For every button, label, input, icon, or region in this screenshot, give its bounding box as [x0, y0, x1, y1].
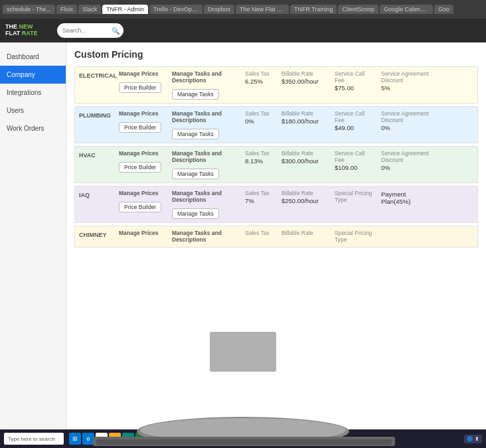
browser-tab-5[interactable]: Trello - DevOps -...	[149, 5, 202, 14]
manage-tasks-electrical[interactable]: Manage Tasks and Descriptions Manage Tas…	[168, 67, 241, 103]
browser-tab-9[interactable]: ClientScoop	[338, 5, 378, 14]
browser-tab-bar: schedule - The... Fluix Slack TNFR - Adm…	[0, 0, 486, 19]
sidebar-item-company[interactable]: Company	[0, 66, 66, 84]
logo-new: NEW	[19, 23, 33, 30]
monitor-shell: schedule - The... Fluix Slack TNFR - Adm…	[0, 0, 486, 448]
page-title: Custom Pricing	[74, 49, 478, 60]
category-electrical: ELECTRICAL	[75, 67, 115, 103]
logo-the: THE	[5, 23, 19, 30]
search-input[interactable]	[62, 27, 109, 34]
manage-prices-chimney[interactable]: Manage Prices	[115, 226, 168, 247]
taskbar-icon-edge[interactable]: e	[82, 433, 94, 445]
browser-tab-6[interactable]: Dropbox	[204, 5, 234, 14]
price-builder-btn-electrical[interactable]: Price Builder	[119, 82, 161, 93]
col4-chimney	[377, 226, 437, 247]
billable-iaq: Billable Rate $250.00/hour	[278, 187, 331, 222]
manage-prices-plumbing[interactable]: Manage Prices Price Builder	[115, 107, 168, 143]
agreement-electrical: Service Agreement Discount 5%	[377, 67, 437, 103]
taskbar-icon-excel[interactable]: X	[135, 433, 147, 445]
logo-rate: RATE	[22, 30, 38, 37]
taskbar-icon-chrome[interactable]: ◉	[96, 433, 108, 445]
sales-tax-electrical: Sales Tax 6.25%	[241, 67, 278, 103]
taskbar-search-text: Type here to search	[8, 436, 55, 442]
agreement-plumbing: Service Agreement Discount 0%	[377, 107, 437, 143]
sidebar-item-workorders[interactable]: Work Orders	[0, 119, 66, 137]
manage-prices-electrical[interactable]: Manage Prices Price Builder	[115, 67, 168, 103]
price-builder-btn-hvac[interactable]: Price Builder	[119, 162, 161, 173]
price-builder-btn-plumbing[interactable]: Price Builder	[119, 122, 161, 133]
sidebar-item-integrations[interactable]: Integrations	[0, 84, 66, 102]
service-fee-plumbing: Service Call Fee $49.00	[331, 107, 377, 143]
category-plumbing: PLUMBING	[75, 107, 115, 143]
pricing-row-plumbing: PLUMBING Manage Prices Price Builder Man…	[74, 106, 478, 143]
price-builder-btn-iaq[interactable]: Price Builder	[119, 202, 161, 212]
special-pricing-iaq: Special Pricing Type	[331, 187, 377, 222]
taskbar-icon-sheets[interactable]: 📊	[149, 433, 161, 445]
browser-tab-4[interactable]: TNFR - Admin	[102, 5, 148, 14]
service-fee-electrical: Service Call Fee $75.00	[331, 67, 377, 103]
manage-tasks-btn-electrical[interactable]: Manage Tasks	[172, 89, 219, 100]
browser-tab-7[interactable]: The New Flat Rate	[236, 5, 289, 14]
billable-plumbing: Billable Rate $180.00/hour	[278, 107, 331, 143]
service-fee-hvac: Service Call Fee $109.00	[331, 147, 377, 183]
taskbar-icon-app4[interactable]: ◑	[228, 433, 240, 445]
manage-tasks-btn-plumbing[interactable]: Manage Tasks	[172, 129, 219, 139]
pricing-row-hvac: HVAC Manage Prices Price Builder Manage …	[74, 146, 478, 183]
category-chimney: CHIMNEY	[75, 226, 115, 247]
sidebar-item-users[interactable]: Users	[0, 102, 66, 119]
special-pricing-chimney: Special Pricing Type	[331, 226, 377, 247]
manage-tasks-plumbing[interactable]: Manage Tasks and Descriptions Manage Tas…	[168, 107, 241, 143]
taskbar-icon-teams[interactable]: T	[162, 433, 174, 445]
screen: THE NEW FLAT RATE 🔍 Dashboard Company In…	[0, 19, 486, 448]
logo-flat: FLAT	[5, 30, 22, 37]
manage-prices-hvac[interactable]: Manage Prices Price Builder	[115, 147, 168, 183]
pricing-row-chimney: CHIMNEY Manage Prices Manage Tasks and D…	[74, 226, 478, 248]
top-nav: THE NEW FLAT RATE 🔍	[0, 19, 486, 42]
billable-chimney: Billable Rate	[278, 226, 331, 247]
taskbar-icon-app5[interactable]: ●	[242, 433, 254, 445]
sales-tax-chimney: Sales Tax	[241, 226, 278, 247]
sales-tax-iaq: Sales Tax 7%	[241, 187, 278, 222]
taskbar-icon-app3[interactable]: G	[189, 433, 201, 445]
manage-tasks-hvac[interactable]: Manage Tasks and Descriptions Manage Tas…	[168, 147, 241, 183]
browser-tab-11[interactable]: Goo	[434, 5, 453, 14]
taskbar-icon-word[interactable]: W	[202, 433, 214, 445]
payment-plan-iaq: Payment Plan(45%)	[377, 187, 437, 222]
main-layout: Dashboard Company Integrations Users Wor…	[0, 42, 486, 429]
taskbar-icon-windows[interactable]: ⊞	[69, 433, 81, 445]
agreement-hvac: Service Agreement Discount 0%	[377, 147, 437, 183]
manage-tasks-btn-hvac[interactable]: Manage Tasks	[172, 169, 219, 179]
taskbar-icon-app1[interactable]: ≡	[122, 433, 134, 445]
taskbar-clock: 🔵 ⬆	[464, 435, 482, 443]
sidebar: Dashboard Company Integrations Users Wor…	[0, 42, 66, 429]
browser-tab-2[interactable]: Fluix	[56, 5, 77, 14]
pricing-row-iaq: IAQ Manage Prices Price Builder Manage T…	[74, 186, 478, 223]
sales-tax-hvac: Sales Tax 8.13%	[241, 147, 278, 183]
sales-tax-plumbing: Sales Tax 0%	[241, 107, 278, 143]
sidebar-item-dashboard[interactable]: Dashboard	[0, 48, 66, 66]
manage-prices-iaq[interactable]: Manage Prices Price Builder	[115, 187, 168, 222]
logo: THE NEW FLAT RATE	[5, 24, 53, 37]
taskbar-right: 🔵 ⬆	[464, 435, 482, 443]
manage-tasks-chimney[interactable]: Manage Tasks and Descriptions	[168, 226, 241, 247]
billable-electrical: Billable Rate $350.00/hour	[278, 67, 331, 103]
search-bar[interactable]: 🔍	[57, 23, 123, 38]
category-iaq: IAQ	[75, 187, 115, 222]
browser-tab-3[interactable]: Slack	[78, 5, 101, 14]
pricing-table: ELECTRICAL Manage Prices Price Builder M…	[74, 66, 478, 248]
manage-tasks-iaq[interactable]: Manage Tasks and Descriptions Manage Tas…	[168, 187, 241, 222]
category-hvac: HVAC	[75, 147, 115, 183]
search-icon: 🔍	[112, 27, 120, 35]
taskbar-search: Type here to search	[4, 433, 64, 445]
browser-tab-8[interactable]: TNFR Training	[290, 5, 337, 14]
browser-tab-1[interactable]: schedule - The...	[3, 5, 55, 14]
manage-tasks-btn-iaq[interactable]: Manage Tasks	[172, 208, 219, 219]
taskbar-icon-folder[interactable]: 📁	[109, 433, 121, 445]
billable-hvac: Billable Rate $300.00/hour	[278, 147, 331, 183]
taskbar: Type here to search ⊞ e ◉ 📁 ≡ X 📊 T ▣ G …	[0, 429, 486, 448]
taskbar-icons: ⊞ e ◉ 📁 ≡ X 📊 T ▣ G W O ◑ ●	[69, 433, 254, 445]
browser-tab-10[interactable]: Google Calendar	[380, 5, 433, 14]
taskbar-icon-outlook[interactable]: O	[215, 433, 227, 445]
pricing-row-electrical: ELECTRICAL Manage Prices Price Builder M…	[74, 66, 478, 104]
taskbar-icon-app2[interactable]: ▣	[175, 433, 187, 445]
